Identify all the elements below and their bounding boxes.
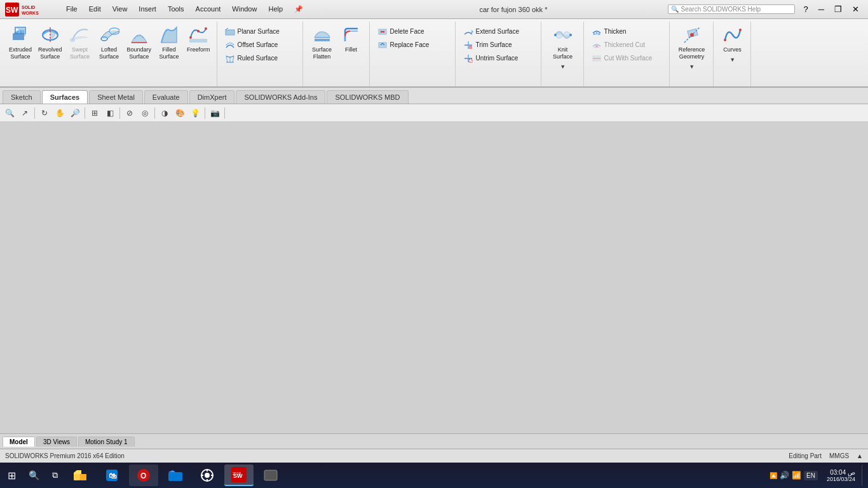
cut-with-surface-label: Cut With Surface (604, 55, 653, 62)
svg-text:2016: 2016 (233, 471, 241, 475)
tb-dynamic-btn[interactable]: ◎ (138, 106, 152, 120)
systray-lang[interactable]: EN (804, 471, 818, 480)
tb-search-btn[interactable]: 🔍 (3, 106, 17, 120)
tb-pointer-btn[interactable]: ↗ (18, 106, 32, 120)
tb-pan-btn[interactable]: ✋ (53, 106, 67, 120)
taskbar-taskview[interactable]: ⧉ (47, 464, 63, 486)
menu-edit[interactable]: Edit (84, 4, 106, 15)
menu-insert[interactable]: Insert (133, 4, 161, 15)
tb-color-btn[interactable]: 🎨 (173, 106, 187, 120)
knit-surface-btn[interactable]: KnitSurface (546, 23, 580, 62)
knit-dropdown[interactable]: ▼ (560, 64, 566, 70)
swept-surface-btn[interactable]: SweptSurface (66, 23, 94, 62)
help-btn[interactable]: ? (800, 4, 812, 14)
svg-rect-101 (207, 479, 208, 482)
fillet-btn[interactable]: Fillet (337, 23, 365, 55)
taskbar-app-misc[interactable] (256, 464, 285, 486)
tb-section-btn[interactable]: ⊘ (123, 106, 137, 120)
taskbar-app-store[interactable]: 🛍 (97, 464, 126, 486)
offset-surface-btn[interactable]: Offset Surface (222, 39, 299, 51)
tab-addins[interactable]: SOLIDWORKS Add-Ins (236, 90, 325, 104)
menu-view[interactable]: View (107, 4, 133, 15)
knit-surface-label: KnitSurface (553, 46, 573, 60)
start-button[interactable]: ⊞ (3, 464, 21, 486)
boundary-surface-btn[interactable]: BoundarySurface (125, 23, 154, 62)
taskbar-search[interactable]: 🔍 (24, 464, 44, 486)
tab-dimxpert[interactable]: DimXpert (189, 90, 235, 104)
show-desktop[interactable] (862, 464, 865, 486)
lofted-surface-btn[interactable]: LoftedSurface (95, 23, 123, 62)
ribbon-group-trim: Extend Surface Trim Surface (457, 22, 541, 86)
restore-btn[interactable]: ❐ (831, 4, 846, 14)
systray-volume[interactable]: 🔊 (780, 471, 789, 480)
tb-rotate-btn[interactable]: ↻ (37, 106, 51, 120)
tab-surfaces[interactable]: Surfaces (42, 90, 88, 104)
tb-sep5 (205, 107, 205, 119)
extend-surface-btn[interactable]: Extend Surface (461, 25, 537, 38)
revolved-surface-icon (40, 25, 60, 45)
systray-arrow[interactable]: 🔼 (770, 472, 777, 479)
replace-face-btn[interactable]: Replace Face (375, 39, 451, 51)
ruled-surface-btn[interactable]: Ruled Surface (222, 52, 299, 65)
taskbar-app-solidworks[interactable]: SW2016 (224, 464, 254, 486)
bottom-tab-3dviews[interactable]: 3D Views (36, 437, 77, 447)
menu-tools[interactable]: Tools (163, 4, 189, 15)
bottom-tab-motion[interactable]: Motion Study 1 (78, 437, 135, 447)
reference-geometry-icon (682, 25, 702, 45)
menu-help[interactable]: Help (263, 4, 288, 15)
tb-display-btn[interactable]: ◑ (158, 106, 172, 120)
taskbar-app-opera[interactable]: O (129, 464, 158, 486)
tb-zoom-btn[interactable]: 🔎 (68, 106, 82, 120)
tab-sketch[interactable]: Sketch (3, 90, 41, 104)
surface-flatten-label: SurfaceFlatten (312, 46, 332, 60)
taskbar: ⊞ 🔍 ⧉ 🛍 O SW2016 🔼 🔊 📶 EN 03:04 ص 2016/0… (0, 463, 868, 488)
taskbar-app-settings[interactable] (193, 464, 222, 486)
trim-surface-btn[interactable]: Trim Surface (461, 39, 537, 51)
menu-account[interactable]: Account (191, 4, 226, 15)
cut-with-surface-btn[interactable]: Cut With Surface (589, 52, 665, 65)
svg-point-19 (205, 27, 207, 30)
curves-dropdown[interactable]: ▼ (729, 57, 735, 63)
status-editing: Editing Part (789, 452, 822, 459)
filled-surface-btn[interactable]: FilledSurface (155, 23, 183, 62)
revolved-surface-btn[interactable]: RevolvedSurface (36, 23, 65, 62)
tb-light-btn[interactable]: 💡 (188, 106, 202, 120)
fillet-label: Fillet (345, 46, 357, 53)
close-btn[interactable]: ✕ (848, 4, 863, 14)
window-controls: ? ─ ❐ ✕ (800, 4, 863, 14)
taskbar-clock[interactable]: 03:04 ص 2016/03/24 (823, 469, 859, 482)
tab-evaluate[interactable]: Evaluate (144, 90, 188, 104)
refgeom-dropdown[interactable]: ▼ (689, 64, 695, 70)
minimize-btn[interactable]: ─ (815, 4, 828, 14)
extruded-surface-icon (10, 25, 31, 45)
tab-sheet-metal[interactable]: Sheet Metal (89, 90, 143, 104)
tb-fit-btn[interactable]: ⊞ (88, 106, 102, 120)
surface-flatten-btn[interactable]: SurfaceFlatten (308, 23, 336, 62)
revolved-surface-label: RevolvedSurface (38, 46, 62, 60)
menu-pin[interactable]: 📌 (289, 4, 308, 15)
taskbar-app-folder[interactable] (161, 464, 190, 486)
planar-surface-btn[interactable]: Planar Surface (222, 25, 299, 38)
tab-mbd[interactable]: SOLIDWORKS MBD (327, 90, 408, 104)
curves-btn[interactable]: Curves (719, 23, 747, 55)
reference-geometry-btn[interactable]: ReferenceGeometry (675, 23, 709, 62)
untrim-surface-btn[interactable]: Untrim Surface (461, 52, 537, 65)
thicken-btn[interactable]: Thicken (589, 25, 665, 38)
taskbar-app-explorer[interactable] (65, 464, 95, 486)
extruded-surface-btn[interactable]: ExtrudedSurface (6, 23, 34, 62)
tb-camera-btn[interactable]: 📷 (208, 106, 222, 120)
svg-point-17 (189, 36, 192, 39)
svg-text:O: O (140, 471, 146, 480)
search-bar[interactable]: 🔍 Search SOLIDWORKS Help (668, 4, 795, 14)
delete-face-btn[interactable]: Delete Face (375, 25, 451, 38)
menu-file[interactable]: File (61, 4, 83, 15)
swept-surface-label: SweptSurface (70, 46, 90, 60)
menu-window[interactable]: Window (227, 4, 262, 15)
freeform-btn[interactable]: Freeform (184, 23, 213, 55)
tb-view-btn[interactable]: ◧ (103, 106, 117, 120)
thickened-cut-btn[interactable]: Thickened Cut (589, 39, 665, 51)
boundary-surface-label: BoundarySurface (127, 46, 152, 60)
systray-network[interactable]: 📶 (792, 471, 801, 480)
planar-surface-icon (225, 27, 235, 37)
bottom-tab-model[interactable]: Model (3, 437, 35, 447)
